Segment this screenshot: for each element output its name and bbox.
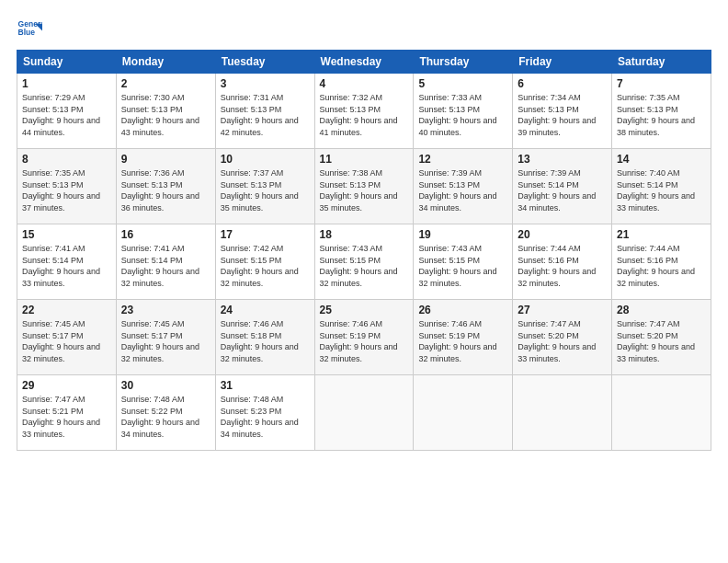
day-number: 5	[418, 77, 507, 90]
day-info: Sunrise: 7:43 AM Sunset: 5:15 PM Dayligh…	[418, 243, 507, 289]
day-cell: 15 Sunrise: 7:41 AM Sunset: 5:14 PM Dayl…	[17, 224, 117, 300]
day-info: Sunrise: 7:45 AM Sunset: 5:17 PM Dayligh…	[22, 318, 111, 364]
day-number: 30	[121, 379, 210, 392]
day-info: Sunrise: 7:33 AM Sunset: 5:13 PM Dayligh…	[418, 92, 507, 138]
day-number: 27	[518, 304, 607, 316]
day-number: 21	[617, 228, 706, 241]
day-cell: 26 Sunrise: 7:46 AM Sunset: 5:19 PM Dayl…	[414, 300, 513, 375]
day-cell: 10 Sunrise: 7:37 AM Sunset: 5:13 PM Dayl…	[215, 149, 314, 224]
day-number: 3	[221, 77, 310, 90]
day-info: Sunrise: 7:31 AM Sunset: 5:13 PM Dayligh…	[221, 92, 310, 138]
day-cell: 3 Sunrise: 7:31 AM Sunset: 5:13 PM Dayli…	[215, 74, 314, 149]
day-cell: 27 Sunrise: 7:47 AM Sunset: 5:20 PM Dayl…	[513, 300, 612, 375]
day-number: 12	[418, 153, 507, 166]
week-row-5: 29 Sunrise: 7:47 AM Sunset: 5:21 PM Dayl…	[17, 375, 711, 451]
day-number: 13	[518, 153, 607, 166]
day-info: Sunrise: 7:44 AM Sunset: 5:16 PM Dayligh…	[518, 243, 607, 289]
day-cell: 31 Sunrise: 7:48 AM Sunset: 5:23 PM Dayl…	[215, 375, 314, 451]
day-number: 8	[22, 153, 111, 166]
day-info: Sunrise: 7:46 AM Sunset: 5:18 PM Dayligh…	[221, 318, 310, 364]
day-number: 28	[617, 304, 706, 316]
day-info: Sunrise: 7:45 AM Sunset: 5:17 PM Dayligh…	[121, 318, 210, 364]
day-cell: 13 Sunrise: 7:39 AM Sunset: 5:14 PM Dayl…	[513, 149, 612, 224]
day-info: Sunrise: 7:47 AM Sunset: 5:20 PM Dayligh…	[518, 318, 607, 364]
page: General Blue SundayMondayTuesdayWednesda…	[0, 0, 728, 563]
header-row: SundayMondayTuesdayWednesdayThursdayFrid…	[17, 51, 711, 74]
day-info: Sunrise: 7:29 AM Sunset: 5:13 PM Dayligh…	[22, 92, 111, 138]
day-cell	[414, 375, 513, 451]
day-info: Sunrise: 7:40 AM Sunset: 5:14 PM Dayligh…	[617, 167, 706, 213]
svg-text:Blue: Blue	[18, 28, 36, 37]
day-info: Sunrise: 7:44 AM Sunset: 5:16 PM Dayligh…	[617, 243, 706, 289]
week-row-2: 8 Sunrise: 7:35 AM Sunset: 5:13 PM Dayli…	[17, 149, 711, 224]
day-number: 20	[518, 228, 607, 241]
day-info: Sunrise: 7:30 AM Sunset: 5:13 PM Dayligh…	[121, 92, 210, 138]
day-cell: 1 Sunrise: 7:29 AM Sunset: 5:13 PM Dayli…	[17, 74, 117, 149]
day-number: 17	[221, 228, 310, 241]
day-number: 10	[221, 153, 310, 166]
day-number: 4	[320, 77, 409, 90]
header: General Blue	[17, 17, 711, 42]
col-header-friday: Friday	[513, 51, 612, 74]
day-number: 24	[221, 304, 310, 316]
day-cell: 29 Sunrise: 7:47 AM Sunset: 5:21 PM Dayl…	[17, 375, 117, 451]
day-number: 16	[121, 228, 210, 241]
day-cell: 5 Sunrise: 7:33 AM Sunset: 5:13 PM Dayli…	[414, 74, 513, 149]
day-cell: 12 Sunrise: 7:39 AM Sunset: 5:13 PM Dayl…	[414, 149, 513, 224]
day-cell: 17 Sunrise: 7:42 AM Sunset: 5:15 PM Dayl…	[215, 224, 314, 300]
logo: General Blue	[17, 17, 46, 42]
day-info: Sunrise: 7:41 AM Sunset: 5:14 PM Dayligh…	[22, 243, 111, 289]
day-number: 7	[617, 77, 706, 90]
day-number: 31	[221, 379, 310, 392]
day-info: Sunrise: 7:39 AM Sunset: 5:14 PM Dayligh…	[518, 167, 607, 213]
day-info: Sunrise: 7:41 AM Sunset: 5:14 PM Dayligh…	[121, 243, 210, 289]
col-header-monday: Monday	[116, 51, 215, 74]
day-info: Sunrise: 7:48 AM Sunset: 5:22 PM Dayligh…	[121, 394, 210, 440]
day-number: 18	[320, 228, 409, 241]
day-number: 29	[22, 379, 111, 392]
calendar-table: SundayMondayTuesdayWednesdayThursdayFrid…	[17, 50, 711, 451]
day-info: Sunrise: 7:47 AM Sunset: 5:20 PM Dayligh…	[617, 318, 706, 364]
week-row-1: 1 Sunrise: 7:29 AM Sunset: 5:13 PM Dayli…	[17, 74, 711, 149]
day-cell	[314, 375, 414, 451]
day-info: Sunrise: 7:35 AM Sunset: 5:13 PM Dayligh…	[22, 167, 111, 213]
day-cell: 6 Sunrise: 7:34 AM Sunset: 5:13 PM Dayli…	[513, 74, 612, 149]
day-cell: 24 Sunrise: 7:46 AM Sunset: 5:18 PM Dayl…	[215, 300, 314, 375]
day-cell	[612, 375, 711, 451]
day-cell: 25 Sunrise: 7:46 AM Sunset: 5:19 PM Dayl…	[314, 300, 414, 375]
day-number: 14	[617, 153, 706, 166]
day-info: Sunrise: 7:43 AM Sunset: 5:15 PM Dayligh…	[320, 243, 409, 289]
day-info: Sunrise: 7:38 AM Sunset: 5:13 PM Dayligh…	[320, 167, 409, 213]
day-number: 6	[518, 77, 607, 90]
day-cell: 20 Sunrise: 7:44 AM Sunset: 5:16 PM Dayl…	[513, 224, 612, 300]
day-cell: 18 Sunrise: 7:43 AM Sunset: 5:15 PM Dayl…	[314, 224, 414, 300]
col-header-saturday: Saturday	[612, 51, 711, 74]
day-cell: 14 Sunrise: 7:40 AM Sunset: 5:14 PM Dayl…	[612, 149, 711, 224]
day-cell: 30 Sunrise: 7:48 AM Sunset: 5:22 PM Dayl…	[116, 375, 215, 451]
day-number: 2	[121, 77, 210, 90]
day-info: Sunrise: 7:36 AM Sunset: 5:13 PM Dayligh…	[121, 167, 210, 213]
day-cell: 28 Sunrise: 7:47 AM Sunset: 5:20 PM Dayl…	[612, 300, 711, 375]
col-header-tuesday: Tuesday	[215, 51, 314, 74]
logo-icon: General Blue	[17, 17, 42, 42]
day-info: Sunrise: 7:48 AM Sunset: 5:23 PM Dayligh…	[221, 394, 310, 440]
day-number: 11	[320, 153, 409, 166]
day-cell: 8 Sunrise: 7:35 AM Sunset: 5:13 PM Dayli…	[17, 149, 117, 224]
col-header-sunday: Sunday	[17, 51, 117, 74]
day-cell: 19 Sunrise: 7:43 AM Sunset: 5:15 PM Dayl…	[414, 224, 513, 300]
day-cell: 23 Sunrise: 7:45 AM Sunset: 5:17 PM Dayl…	[116, 300, 215, 375]
day-cell: 22 Sunrise: 7:45 AM Sunset: 5:17 PM Dayl…	[17, 300, 117, 375]
day-info: Sunrise: 7:47 AM Sunset: 5:21 PM Dayligh…	[22, 394, 111, 440]
day-info: Sunrise: 7:46 AM Sunset: 5:19 PM Dayligh…	[320, 318, 409, 364]
day-number: 19	[418, 228, 507, 241]
day-info: Sunrise: 7:34 AM Sunset: 5:13 PM Dayligh…	[518, 92, 607, 138]
day-cell: 2 Sunrise: 7:30 AM Sunset: 5:13 PM Dayli…	[116, 74, 215, 149]
day-info: Sunrise: 7:35 AM Sunset: 5:13 PM Dayligh…	[617, 92, 706, 138]
day-info: Sunrise: 7:46 AM Sunset: 5:19 PM Dayligh…	[418, 318, 507, 364]
col-header-wednesday: Wednesday	[314, 51, 414, 74]
day-cell: 21 Sunrise: 7:44 AM Sunset: 5:16 PM Dayl…	[612, 224, 711, 300]
day-number: 26	[418, 304, 507, 316]
day-cell: 16 Sunrise: 7:41 AM Sunset: 5:14 PM Dayl…	[116, 224, 215, 300]
day-info: Sunrise: 7:42 AM Sunset: 5:15 PM Dayligh…	[221, 243, 310, 289]
week-row-3: 15 Sunrise: 7:41 AM Sunset: 5:14 PM Dayl…	[17, 224, 711, 300]
